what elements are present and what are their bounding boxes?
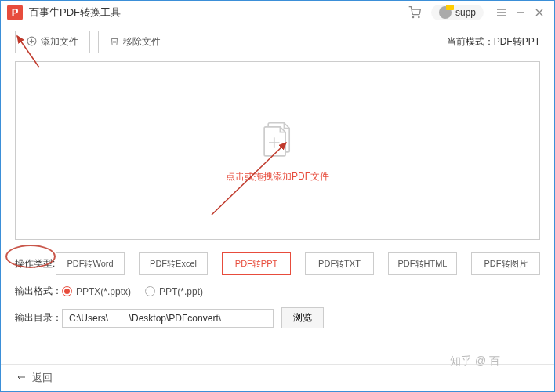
dropzone-hint: 点击或拖拽添加PDF文件 [226,170,329,183]
output-dir-row: 输出目录： 浏览 [1,303,554,333]
close-icon [535,8,544,17]
app-title: 百事牛PDF转换工具 [29,5,121,20]
current-mode: 当前模式：PDF转PPT [447,35,540,49]
user-label: supp [455,7,476,18]
type-pdf-to-image[interactable]: PDF转图片 [471,252,540,275]
operation-type-row: 操作类型: PDF转Word PDF转Excel PDF转PPT PDF转TXT… [1,248,554,280]
type-pdf-to-html[interactable]: PDF转HTML [388,252,457,275]
type-pdf-to-word[interactable]: PDF转Word [56,252,125,275]
minimize-icon [516,8,525,17]
menu-icon [496,8,507,17]
radio-ppt-label: PPT(*.ppt) [159,286,203,297]
mode-value: PDF转PPT [494,36,540,47]
remove-file-button[interactable]: 移除文件 [98,31,172,53]
back-label: 返回 [32,371,53,385]
cart-icon [408,6,422,19]
type-pdf-to-txt[interactable]: PDF转TXT [305,252,374,275]
type-pdf-to-ppt[interactable]: PDF转PPT [222,252,291,275]
svg-point-1 [419,16,419,17]
back-arrow-icon [15,372,27,384]
menu-button[interactable] [493,4,510,21]
output-format-label: 输出格式： [15,285,62,298]
cart-button[interactable] [408,6,422,19]
operation-type-buttons: PDF转Word PDF转Excel PDF转PPT PDF转TXT PDF转H… [56,252,540,275]
file-dropzone[interactable]: 点击或拖拽添加PDF文件 [15,61,540,240]
add-file-button[interactable]: 添加文件 [15,31,90,53]
back-button[interactable]: 返回 [15,371,53,385]
user-account-button[interactable]: supp [431,5,484,20]
minimize-button[interactable] [512,4,529,21]
app-logo: P [7,5,23,20]
browse-button[interactable]: 浏览 [281,307,324,328]
titlebar: P 百事牛PDF转换工具 supp [1,1,554,24]
add-document-icon [256,118,299,162]
toolbar: 添加文件 移除文件 当前模式：PDF转PPT [1,24,554,58]
operation-type-label: 操作类型: [15,257,56,270]
trash-icon [110,36,119,49]
watermark-text: 知乎 @ 百 [450,354,500,368]
output-format-row: 输出格式： PPTX(*.pptx) PPT(*.ppt) [1,280,554,303]
radio-pptx-label: PPTX(*.pptx) [76,286,131,297]
svg-point-0 [412,16,413,17]
user-avatar-icon [439,6,452,19]
radio-icon [62,286,72,296]
mode-prefix: 当前模式： [447,36,494,47]
radio-icon [145,286,155,296]
output-dir-label: 输出目录： [15,311,62,325]
remove-file-label: 移除文件 [123,35,161,49]
type-pdf-to-excel[interactable]: PDF转Excel [139,252,208,275]
close-button[interactable] [531,4,548,21]
radio-pptx[interactable]: PPTX(*.pptx) [62,286,131,297]
radio-ppt[interactable]: PPT(*.ppt) [145,286,203,297]
plus-circle-icon [27,36,37,49]
footer: 返回 知乎 @ 百 [1,364,554,391]
output-format-radios: PPTX(*.pptx) PPT(*.ppt) [62,286,203,297]
add-file-label: 添加文件 [41,35,78,49]
output-dir-input[interactable] [62,309,274,328]
